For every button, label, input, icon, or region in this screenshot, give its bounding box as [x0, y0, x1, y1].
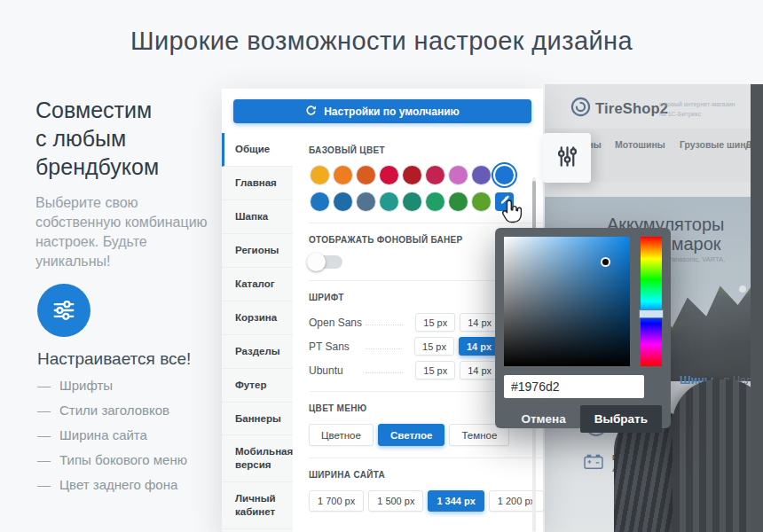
font-name: Open Sans — [309, 317, 364, 329]
site-width-options: 1 700 px 1 500 px 1 344 px 1 200 px — [304, 490, 544, 512]
tune-sliders-icon — [37, 284, 90, 337]
intro-heading: Совместим с любым брендбуком — [35, 96, 222, 181]
swatch-row — [311, 166, 544, 184]
reset-defaults-button[interactable]: Настройки по умолчанию — [233, 99, 531, 123]
color-swatch-selected[interactable] — [495, 166, 514, 184]
color-swatch[interactable] — [426, 166, 444, 184]
preview-hero-brands: Panasonic, VARTA, — [667, 255, 725, 263]
font-size-button[interactable]: 15 px — [415, 361, 455, 379]
tireshop-logo-icon — [570, 97, 591, 121]
dotted-leader — [366, 316, 403, 325]
sidebar-item-banners[interactable]: Баннеры — [222, 403, 293, 436]
feature-item: —Ширина сайта — [37, 427, 241, 442]
sidebar-item-header[interactable]: Шапка — [222, 200, 293, 234]
sidebar-item-footer[interactable]: Футер — [222, 369, 293, 403]
feature-item: —Шрифты — [37, 378, 241, 393]
cancel-button[interactable]: Отмена — [510, 407, 576, 431]
background-banner-toggle[interactable] — [309, 255, 342, 269]
font-name: Ubuntu — [309, 364, 364, 377]
font-size-button[interactable]: 15 px — [415, 313, 455, 332]
color-swatch[interactable] — [380, 166, 398, 184]
intro-subtext: Выберите свою собственную комбинацию нас… — [35, 193, 222, 271]
color-swatch[interactable] — [334, 166, 352, 184]
base-color-label: БАЗОВЫЙ ЦВЕТ — [309, 145, 544, 155]
hex-color-input[interactable] — [504, 375, 644, 398]
site-width-option[interactable]: 1 500 px — [368, 490, 423, 512]
color-swatch[interactable] — [403, 166, 421, 184]
color-swatch[interactable] — [334, 192, 352, 211]
battery-icon — [583, 452, 604, 473]
sidebar-item-account[interactable]: Личный кабинет — [222, 482, 293, 529]
feature-title: Настраивается все! — [37, 349, 191, 369]
site-width-label: ШИРИНА САЙТА — [309, 470, 544, 480]
page-title: Широкие возможности настроек дизайна — [0, 27, 763, 56]
sidebar-item-catalog[interactable]: Каталог — [222, 268, 293, 301]
color-swatch[interactable] — [449, 166, 468, 184]
feature-item: —Цвет заднего фона — [37, 477, 241, 492]
refresh-icon — [305, 105, 317, 119]
color-swatch[interactable] — [403, 192, 421, 211]
font-size-button[interactable]: 14 px — [460, 361, 499, 379]
sidebar-item-sections[interactable]: Разделы — [222, 335, 293, 369]
hue-slider[interactable] — [641, 237, 662, 366]
tune-vertical-icon — [555, 145, 579, 172]
dotted-leader — [366, 364, 403, 373]
saturation-area[interactable] — [504, 237, 630, 366]
carousel-dot[interactable] — [739, 286, 746, 293]
eyedropper-button[interactable] — [495, 192, 514, 211]
color-picker-popup: Отмена Выбрать — [495, 228, 671, 428]
feature-list: —Шрифты —Стили заголовков —Ширина сайта … — [37, 378, 241, 502]
settings-tab-button[interactable] — [543, 133, 591, 183]
color-swatch[interactable] — [311, 166, 329, 184]
color-swatch[interactable] — [472, 166, 491, 184]
sidebar-item-home[interactable]: Главная — [222, 167, 293, 200]
divider — [309, 223, 544, 223]
font-size-button[interactable]: 14 px — [460, 313, 499, 332]
preview-site-name: TireShop2 — [595, 100, 668, 117]
dotted-leader — [366, 340, 402, 349]
apply-button[interactable]: Выбрать — [580, 405, 662, 433]
hue-slider-handle[interactable] — [639, 309, 664, 318]
color-swatch[interactable] — [311, 192, 329, 211]
preview-right-edge — [751, 84, 763, 532]
sidebar-item-general[interactable]: Общие — [222, 133, 293, 167]
picker-actions: Отмена Выбрать — [510, 405, 662, 433]
preview-nav-item[interactable]: Грузовые шины — [680, 139, 754, 150]
color-swatch[interactable] — [380, 192, 398, 211]
site-width-option-selected[interactable]: 1 344 px — [428, 490, 484, 512]
eyedropper-icon — [499, 195, 510, 208]
feature-item: —Стили заголовков — [37, 403, 241, 418]
font-name: PT Sans — [309, 340, 364, 353]
feature-item: —Типы бокового меню — [37, 452, 241, 467]
font-size-button-selected[interactable]: 14 px — [459, 337, 499, 356]
preview-nav-item[interactable]: Мотошины — [615, 139, 665, 150]
preview-header: TireShop2 готовый интернет-магазин на 1С… — [545, 84, 763, 129]
preview-tagline: готовый интернет-магазин на 1С-Битрикс — [659, 100, 735, 119]
color-swatch[interactable] — [357, 166, 375, 184]
color-swatch[interactable] — [449, 192, 468, 211]
toggle-knob — [307, 253, 326, 271]
sidebar-item-regions[interactable]: Регионы — [222, 234, 293, 268]
divider — [309, 458, 544, 458]
swatch-row — [311, 192, 544, 211]
saturation-marker[interactable] — [602, 259, 609, 265]
tire-photo — [673, 379, 763, 532]
panel-sidebar: Общие Главная Шапка Регионы Каталог Корз… — [222, 133, 293, 532]
page: Широкие возможности настроек дизайна Сов… — [0, 0, 763, 532]
sidebar-item-mobile[interactable]: Мобильная версия — [222, 435, 293, 482]
color-swatch[interactable] — [426, 192, 444, 211]
menu-color-option[interactable]: Цветное — [309, 424, 374, 446]
color-swatch[interactable] — [357, 192, 375, 211]
font-size-button[interactable]: 15 px — [414, 337, 454, 356]
menu-color-option-selected[interactable]: Светлое — [378, 424, 445, 446]
intro-column: Совместим с любым брендбуком Выберите св… — [35, 96, 222, 271]
site-width-option[interactable]: 1 700 px — [309, 490, 364, 512]
color-swatch[interactable] — [472, 192, 491, 211]
sidebar-item-cart[interactable]: Корзина — [222, 301, 293, 335]
